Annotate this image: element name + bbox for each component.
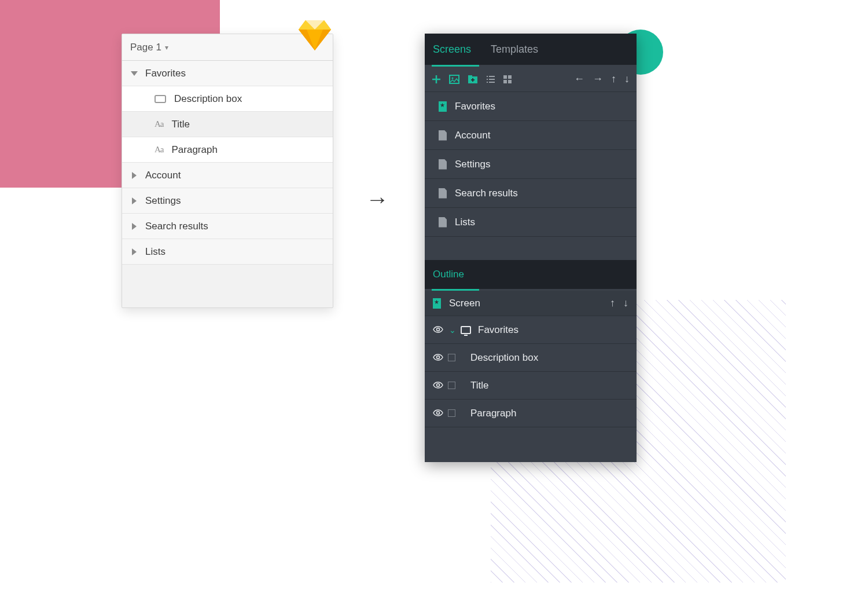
- layer-label: Account: [145, 170, 181, 181]
- screen-item-account[interactable]: Account: [425, 121, 637, 150]
- outline-item-title[interactable]: Title: [425, 372, 637, 400]
- monitor-icon: [461, 326, 471, 334]
- plus-icon[interactable]: [432, 75, 441, 84]
- outline-item-paragraph[interactable]: Paragraph: [425, 400, 637, 427]
- document-icon: [439, 130, 447, 141]
- square-icon: [448, 409, 455, 417]
- visibility-icon[interactable]: [433, 380, 444, 391]
- outline-header-label: Screen: [449, 298, 480, 309]
- layer-group-settings[interactable]: Settings: [122, 188, 333, 214]
- move-down-icon[interactable]: ↓: [623, 297, 628, 309]
- chevron-down-icon[interactable]: ⌄: [449, 325, 456, 335]
- document-icon: [439, 188, 447, 199]
- svg-point-15: [437, 328, 440, 331]
- triangle-right-icon: [130, 222, 138, 230]
- svg-point-17: [437, 383, 440, 386]
- triangle-right-icon: [130, 248, 138, 256]
- text-icon: Aa: [155, 119, 164, 129]
- chevron-down-icon: ▾: [165, 43, 168, 52]
- list-icon[interactable]: [486, 75, 495, 83]
- page-label: Page 1: [130, 42, 161, 53]
- triangle-right-icon: [130, 197, 138, 205]
- layer-label: Title: [172, 119, 190, 130]
- add-folder-icon[interactable]: [468, 75, 478, 84]
- nav-down-icon[interactable]: ↓: [624, 73, 630, 85]
- image-icon[interactable]: [449, 75, 459, 84]
- star-document-icon: [439, 101, 447, 112]
- square-icon: [448, 382, 455, 389]
- svg-rect-10: [468, 75, 472, 77]
- prototype-panel: Screens Templates ← → ↑ ↓ Favorites Acco…: [425, 34, 637, 462]
- layer-label: Settings: [145, 195, 181, 207]
- layer-item-paragraph[interactable]: Aa Paragraph: [122, 137, 333, 163]
- visibility-icon[interactable]: [433, 408, 444, 419]
- document-icon: [439, 217, 447, 228]
- outline-label: Favorites: [478, 324, 518, 336]
- text-icon: Aa: [155, 145, 164, 155]
- document-icon: [439, 159, 447, 170]
- tab-templates[interactable]: Templates: [491, 43, 538, 56]
- outline-label: Title: [462, 380, 489, 391]
- triangle-down-icon: [130, 69, 138, 78]
- nav-back-icon[interactable]: ←: [574, 73, 584, 85]
- empty-space: [122, 265, 333, 307]
- screens-toolbar: ← → ↑ ↓: [425, 67, 637, 92]
- sketch-layers-panel: Page 1 ▾ Favorites Description box Aa Ti…: [122, 34, 333, 308]
- visibility-icon[interactable]: [433, 324, 444, 336]
- screen-label: Lists: [455, 217, 475, 228]
- svg-point-16: [437, 356, 440, 358]
- rectangle-icon: [155, 95, 166, 103]
- screen-item-settings[interactable]: Settings: [425, 150, 637, 179]
- visibility-icon[interactable]: [433, 352, 444, 364]
- outline-label: Description box: [462, 352, 538, 364]
- layer-group-lists[interactable]: Lists: [122, 239, 333, 265]
- layer-item-description-box[interactable]: Description box: [122, 86, 333, 112]
- layer-group-account[interactable]: Account: [122, 163, 333, 188]
- nav-forward-icon[interactable]: →: [593, 73, 603, 85]
- layer-label: Lists: [145, 246, 165, 258]
- layer-label: Search results: [145, 221, 208, 232]
- svg-rect-14: [508, 80, 512, 83]
- outline-label: Outline: [433, 269, 464, 280]
- sketch-logo-icon: [299, 20, 331, 53]
- outline-label: Paragraph: [462, 408, 516, 419]
- spacer: [425, 427, 637, 462]
- layer-label: Paragraph: [172, 144, 218, 156]
- svg-rect-11: [503, 75, 507, 79]
- screen-label: Favorites: [455, 101, 495, 112]
- nav-up-icon[interactable]: ↑: [611, 73, 616, 85]
- panel-tabs: Screens Templates: [425, 34, 637, 65]
- square-icon: [448, 354, 455, 361]
- layer-label: Favorites: [145, 68, 186, 79]
- layer-item-title[interactable]: Aa Title: [122, 112, 333, 137]
- star-document-icon: [433, 298, 441, 309]
- screen-label: Account: [455, 130, 490, 141]
- move-up-icon[interactable]: ↑: [610, 297, 615, 309]
- triangle-right-icon: [130, 171, 138, 180]
- screen-label: Search results: [455, 188, 518, 199]
- screen-label: Settings: [455, 159, 490, 170]
- svg-point-18: [437, 411, 440, 414]
- outline-item-description-box[interactable]: Description box: [425, 344, 637, 372]
- screen-item-search-results[interactable]: Search results: [425, 179, 637, 208]
- outline-section-header: Outline: [425, 260, 637, 289]
- grid-icon[interactable]: [503, 75, 512, 83]
- outline-screen-header[interactable]: Screen ↑ ↓: [425, 291, 637, 316]
- arrow-right-icon: →: [366, 186, 389, 213]
- tab-screens[interactable]: Screens: [433, 43, 471, 56]
- layer-label: Description box: [174, 93, 242, 105]
- layer-group-search-results[interactable]: Search results: [122, 214, 333, 239]
- screen-item-favorites[interactable]: Favorites: [425, 92, 637, 121]
- svg-rect-13: [503, 80, 507, 83]
- outline-item-favorites[interactable]: ⌄ Favorites: [425, 316, 637, 344]
- layer-group-favorites[interactable]: Favorites: [122, 61, 333, 86]
- screen-item-lists[interactable]: Lists: [425, 208, 637, 237]
- svg-point-8: [452, 77, 454, 79]
- spacer: [425, 237, 637, 260]
- svg-rect-12: [508, 75, 512, 79]
